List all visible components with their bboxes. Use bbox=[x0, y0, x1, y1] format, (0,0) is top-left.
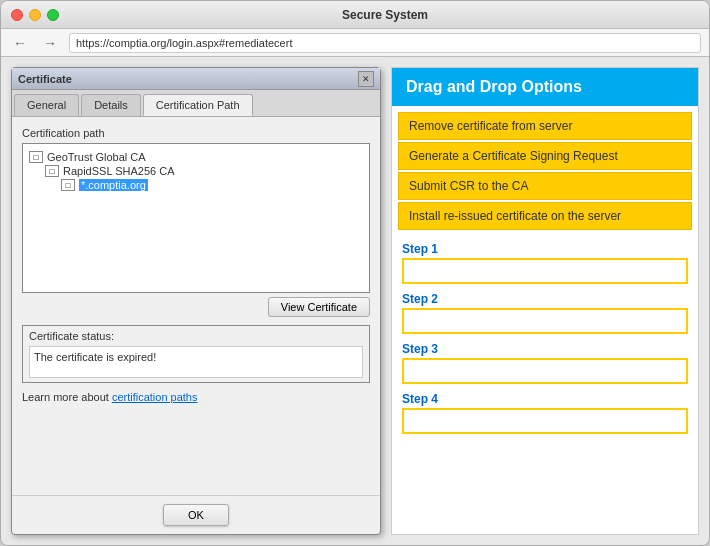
dnd-option-0[interactable]: Remove certificate from server bbox=[398, 112, 692, 140]
dnd-header: Drag and Drop Options bbox=[392, 68, 698, 106]
tab-general[interactable]: General bbox=[14, 94, 79, 116]
tab-details[interactable]: Details bbox=[81, 94, 141, 116]
certification-paths-link[interactable]: certification paths bbox=[112, 391, 198, 403]
step-4-label: Step 4 bbox=[402, 392, 688, 406]
dnd-option-2[interactable]: Submit CSR to the CA bbox=[398, 172, 692, 200]
url-input[interactable] bbox=[69, 33, 701, 53]
tabs-bar: General Details Certification Path bbox=[12, 90, 380, 117]
cert-path-box: □ GeoTrust Global CA □ RapidSSL SHA256 C… bbox=[22, 143, 370, 293]
tree-item-2: □ *.comptia.org bbox=[29, 178, 363, 192]
ok-button[interactable]: OK bbox=[163, 504, 229, 526]
window-title: Secure System bbox=[71, 8, 699, 22]
dnd-options: Remove certificate from server Generate … bbox=[392, 106, 698, 236]
dialog-titlebar: Certificate ✕ bbox=[12, 68, 380, 90]
tree-item-0: □ GeoTrust Global CA bbox=[29, 150, 363, 164]
dnd-panel: Drag and Drop Options Remove certificate… bbox=[391, 67, 699, 535]
cert-path-section: Certification path □ GeoTrust Global CA … bbox=[22, 127, 370, 317]
step-3-label: Step 3 bbox=[402, 342, 688, 356]
step-2-drop-zone[interactable] bbox=[402, 308, 688, 334]
cert-status-section: Certificate status: The certificate is e… bbox=[22, 325, 370, 383]
browser-content: Certificate ✕ General Details Certificat… bbox=[1, 57, 709, 545]
forward-button[interactable]: → bbox=[39, 33, 61, 53]
step-3-drop-zone[interactable] bbox=[402, 358, 688, 384]
minimize-window-btn[interactable] bbox=[29, 9, 41, 21]
tab-certification-path[interactable]: Certification Path bbox=[143, 94, 253, 116]
title-bar: Secure System bbox=[1, 1, 709, 29]
step-1-drop-zone[interactable] bbox=[402, 258, 688, 284]
dialog-close-button[interactable]: ✕ bbox=[358, 71, 374, 87]
dialog-title: Certificate bbox=[18, 73, 72, 85]
back-button[interactable]: ← bbox=[9, 33, 31, 53]
cert-path-label: Certification path bbox=[22, 127, 370, 139]
certificate-dialog: Certificate ✕ General Details Certificat… bbox=[11, 67, 381, 535]
browser-window: Secure System ← → Certificate ✕ General … bbox=[0, 0, 710, 546]
dialog-body: Certification path □ GeoTrust Global CA … bbox=[12, 117, 380, 495]
tree-icon-2: □ bbox=[61, 179, 75, 191]
step-1-section: Step 1 bbox=[402, 242, 688, 284]
cert-status-text: The certificate is expired! bbox=[29, 346, 363, 378]
tree-item-1: □ RapidSSL SHA256 CA bbox=[29, 164, 363, 178]
dnd-steps: Step 1 Step 2 Step 3 Step 4 bbox=[392, 236, 698, 440]
close-window-btn[interactable] bbox=[11, 9, 23, 21]
dnd-option-3[interactable]: Install re-issued certificate on the ser… bbox=[398, 202, 692, 230]
step-1-label: Step 1 bbox=[402, 242, 688, 256]
tree-icon-0: □ bbox=[29, 151, 43, 163]
view-cert-row: View Certificate bbox=[22, 297, 370, 317]
step-4-section: Step 4 bbox=[402, 392, 688, 434]
dnd-option-1[interactable]: Generate a Certificate Signing Request bbox=[398, 142, 692, 170]
window-controls bbox=[11, 9, 59, 21]
cert-label-2[interactable]: *.comptia.org bbox=[79, 179, 148, 191]
step-4-drop-zone[interactable] bbox=[402, 408, 688, 434]
step-3-section: Step 3 bbox=[402, 342, 688, 384]
step-2-label: Step 2 bbox=[402, 292, 688, 306]
dialog-footer: OK bbox=[12, 495, 380, 534]
maximize-window-btn[interactable] bbox=[47, 9, 59, 21]
cert-learn-more: Learn more about certification paths bbox=[22, 391, 370, 403]
cert-label-0[interactable]: GeoTrust Global CA bbox=[47, 151, 146, 163]
tree-icon-1: □ bbox=[45, 165, 59, 177]
step-2-section: Step 2 bbox=[402, 292, 688, 334]
view-certificate-button[interactable]: View Certificate bbox=[268, 297, 370, 317]
address-bar: ← → bbox=[1, 29, 709, 57]
cert-label-1[interactable]: RapidSSL SHA256 CA bbox=[63, 165, 175, 177]
cert-status-label: Certificate status: bbox=[29, 330, 363, 342]
